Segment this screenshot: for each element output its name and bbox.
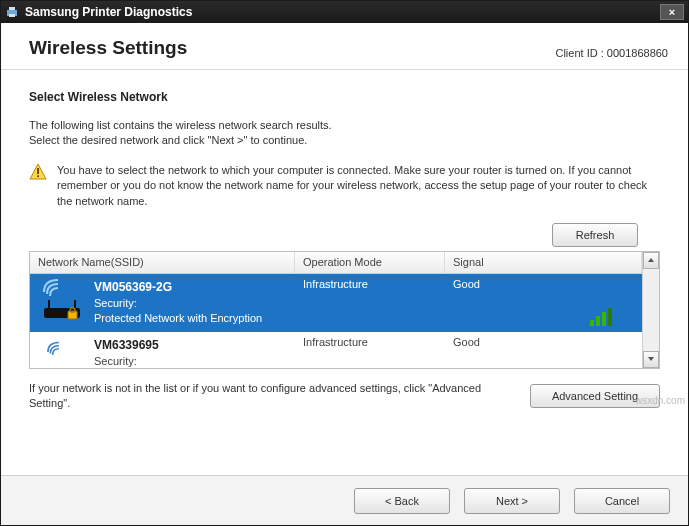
col-header-mode[interactable]: Operation Mode bbox=[295, 252, 445, 273]
network-security-value: Protected Network with Encryption bbox=[94, 312, 262, 324]
refresh-row: Refresh bbox=[29, 223, 660, 247]
svg-rect-5 bbox=[37, 175, 39, 177]
titlebar: Samsung Printer Diagnostics × bbox=[1, 1, 688, 23]
svg-rect-7 bbox=[48, 300, 50, 308]
back-button[interactable]: < Back bbox=[354, 488, 450, 514]
network-ssid: VM6339695 bbox=[94, 338, 159, 352]
window: Samsung Printer Diagnostics × Wireless S… bbox=[0, 0, 689, 526]
network-list: Network Name(SSID) Operation Mode Signal bbox=[29, 251, 660, 369]
page-header: Wireless Settings Client ID : 0001868860 bbox=[1, 23, 688, 70]
svg-marker-16 bbox=[648, 357, 654, 361]
wizard-footer: < Back Next > Cancel bbox=[1, 475, 688, 525]
network-list-inner: Network Name(SSID) Operation Mode Signal bbox=[30, 252, 642, 368]
wifi-icon bbox=[38, 336, 86, 368]
list-header: Network Name(SSID) Operation Mode Signal bbox=[30, 252, 642, 274]
client-id-value: 0001868860 bbox=[607, 47, 668, 59]
section-title: Select Wireless Network bbox=[29, 90, 660, 104]
section-description: The following list contains the wireless… bbox=[29, 118, 660, 149]
warning-icon bbox=[29, 163, 47, 209]
warning-row: You have to select the network to which … bbox=[29, 163, 660, 209]
svg-rect-11 bbox=[590, 320, 594, 326]
network-mode: Infrastructure bbox=[295, 274, 445, 332]
window-close-button[interactable]: × bbox=[660, 4, 684, 20]
cancel-button[interactable]: Cancel bbox=[574, 488, 670, 514]
svg-marker-15 bbox=[648, 258, 654, 262]
app-title: Samsung Printer Diagnostics bbox=[25, 5, 192, 19]
network-row[interactable]: VM6339695 Security: Infrastructure Good bbox=[30, 332, 642, 368]
scroll-down-button[interactable] bbox=[643, 351, 659, 368]
router-icon bbox=[38, 278, 86, 324]
printer-icon bbox=[5, 5, 19, 19]
signal-bars-icon bbox=[590, 308, 614, 328]
advanced-text: If your network is not in the list or if… bbox=[29, 381, 514, 412]
refresh-button[interactable]: Refresh bbox=[552, 223, 638, 247]
svg-rect-14 bbox=[608, 308, 612, 326]
network-signal-label: Good bbox=[453, 336, 480, 348]
desc-line-2: Select the desired network and click "Ne… bbox=[29, 133, 660, 148]
advanced-row: If your network is not in the list or if… bbox=[29, 369, 660, 412]
watermark: wsxdn.com bbox=[635, 395, 685, 406]
page-title: Wireless Settings bbox=[29, 37, 187, 59]
list-scrollbar[interactable] bbox=[642, 252, 659, 368]
network-ssid: VM056369-2G bbox=[94, 280, 262, 294]
client-id-label: Client ID : bbox=[555, 47, 606, 59]
scroll-up-button[interactable] bbox=[643, 252, 659, 269]
client-id: Client ID : 0001868860 bbox=[555, 47, 668, 59]
col-header-signal[interactable]: Signal bbox=[445, 252, 642, 273]
content-area: Select Wireless Network The following li… bbox=[1, 70, 688, 475]
col-header-name[interactable]: Network Name(SSID) bbox=[30, 252, 295, 273]
warning-text: You have to select the network to which … bbox=[57, 163, 660, 209]
svg-rect-4 bbox=[37, 168, 39, 174]
network-security-label: Security: bbox=[94, 355, 159, 367]
network-security-label: Security: bbox=[94, 297, 262, 309]
svg-rect-1 bbox=[9, 7, 15, 10]
svg-rect-8 bbox=[74, 300, 76, 308]
network-text: VM6339695 Security: bbox=[94, 336, 159, 364]
svg-rect-2 bbox=[9, 14, 15, 17]
desc-line-1: The following list contains the wireless… bbox=[29, 118, 660, 133]
network-row[interactable]: VM056369-2G Security: Protected Network … bbox=[30, 274, 642, 332]
svg-rect-13 bbox=[602, 312, 606, 326]
network-signal-label: Good bbox=[453, 278, 480, 290]
next-button[interactable]: Next > bbox=[464, 488, 560, 514]
svg-rect-12 bbox=[596, 316, 600, 326]
network-mode: Infrastructure bbox=[295, 332, 445, 368]
network-text: VM056369-2G Security: Protected Network … bbox=[94, 278, 262, 328]
